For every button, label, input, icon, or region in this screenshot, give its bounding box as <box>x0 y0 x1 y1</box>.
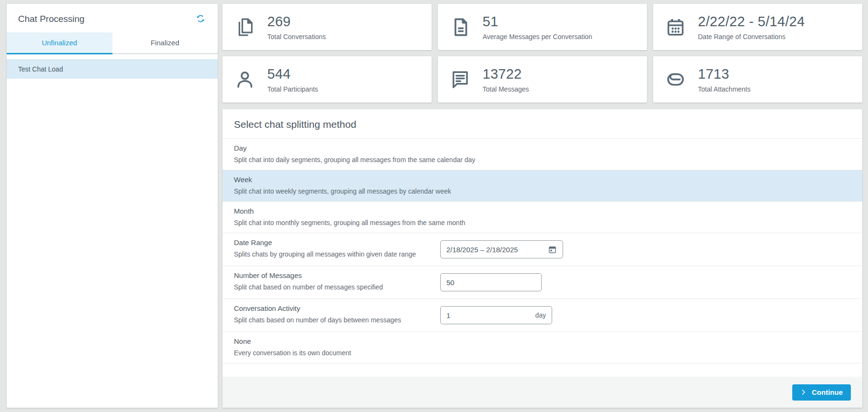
stat-label: Date Range of Conversations <box>698 33 805 41</box>
split-option-date-range[interactable]: Date Range Splits chats by grouping all … <box>222 233 862 266</box>
refresh-icon <box>195 18 206 25</box>
option-description: Every conversation is its own document <box>234 349 851 357</box>
refresh-button[interactable] <box>195 13 206 25</box>
paperclip-icon <box>665 69 686 91</box>
split-method-heading: Select chat splitting method <box>222 109 862 139</box>
stat-card-date-range: 2/22/22 - 5/14/24 Date Range of Conversa… <box>653 4 862 50</box>
stat-value: 13722 <box>483 66 529 82</box>
main-content: 269 Total Conversations 51 Average Messa… <box>222 4 862 408</box>
tab-unfinalized[interactable]: Unfinalized <box>7 32 112 54</box>
tab-finalized[interactable]: Finalized <box>112 32 218 54</box>
option-description: Split chat based on number of messages s… <box>234 283 851 291</box>
option-description: Split chat into weekly segments, groupin… <box>234 187 851 195</box>
stat-value: 544 <box>267 66 318 82</box>
message-icon <box>449 69 471 91</box>
pages-icon <box>234 16 256 38</box>
message-count-input[interactable] <box>446 274 535 291</box>
continue-label: Continue <box>812 388 843 396</box>
person-icon <box>234 69 256 91</box>
stat-value: 269 <box>267 14 326 30</box>
stat-label: Total Attachments <box>698 85 751 93</box>
split-option-week[interactable]: Week Split chat into weekly segments, gr… <box>222 170 862 202</box>
stat-label: Total Participants <box>267 85 318 93</box>
activity-days-unit: day <box>531 311 546 319</box>
option-title: Number of Messages <box>234 271 851 279</box>
sidebar-tabs: Unfinalized Finalized <box>7 32 218 54</box>
calendar-icon <box>665 16 686 38</box>
option-title: Day <box>234 144 851 152</box>
stat-label: Total Conversations <box>267 33 326 41</box>
sidebar: Chat Processing Unfinalized Finalized Te… <box>7 4 218 408</box>
chat-list: Test Chat Load <box>7 59 218 79</box>
activity-days-input[interactable] <box>446 307 531 324</box>
stat-cards: 269 Total Conversations 51 Average Messa… <box>222 4 862 103</box>
option-description: Split chat into daily segments, grouping… <box>234 156 851 164</box>
stat-card-total-attachments: 1713 Total Attachments <box>653 56 862 103</box>
split-option-number-of-messages[interactable]: Number of Messages Split chat based on n… <box>222 266 862 299</box>
option-description: Split chat into monthly segments, groupi… <box>234 219 851 227</box>
calendar-picker-icon[interactable] <box>548 245 557 254</box>
chat-list-item[interactable]: Test Chat Load <box>7 59 218 79</box>
split-method-panel: Select chat splitting method Day Split c… <box>222 109 862 408</box>
date-range-field <box>440 240 563 258</box>
message-count-field <box>440 273 542 291</box>
stat-value: 51 <box>483 14 592 30</box>
chevron-right-icon <box>800 389 807 395</box>
stat-card-average-messages: 51 Average Messages per Conversation <box>438 4 647 50</box>
option-title: Week <box>234 175 851 184</box>
split-option-day[interactable]: Day Split chat into daily segments, grou… <box>222 139 862 170</box>
stat-value: 2/22/22 - 5/14/24 <box>698 14 805 30</box>
activity-days-field: day <box>440 306 552 324</box>
sidebar-header: Chat Processing <box>7 4 218 32</box>
page-title: Chat Processing <box>18 14 84 24</box>
option-title: Month <box>234 207 851 215</box>
continue-button[interactable]: Continue <box>792 384 851 401</box>
split-option-conversation-activity[interactable]: Conversation Activity Split chats based … <box>222 299 862 332</box>
split-option-month[interactable]: Month Split chat into monthly segments, … <box>222 202 862 233</box>
panel-spacer <box>222 363 862 377</box>
document-icon <box>449 16 471 38</box>
panel-footer: Continue <box>222 377 862 408</box>
stat-card-total-messages: 13722 Total Messages <box>438 56 647 103</box>
date-range-input[interactable] <box>446 241 544 258</box>
stat-label: Total Messages <box>483 85 529 93</box>
stat-value: 1713 <box>698 66 751 82</box>
stat-card-total-conversations: 269 Total Conversations <box>222 4 432 50</box>
stat-card-total-participants: 544 Total Participants <box>222 56 432 103</box>
split-option-none[interactable]: None Every conversation is its own docum… <box>222 332 862 363</box>
chat-processing-app: Chat Processing Unfinalized Finalized Te… <box>7 4 862 408</box>
option-title: None <box>234 337 851 345</box>
stat-label: Average Messages per Conversation <box>483 33 592 41</box>
